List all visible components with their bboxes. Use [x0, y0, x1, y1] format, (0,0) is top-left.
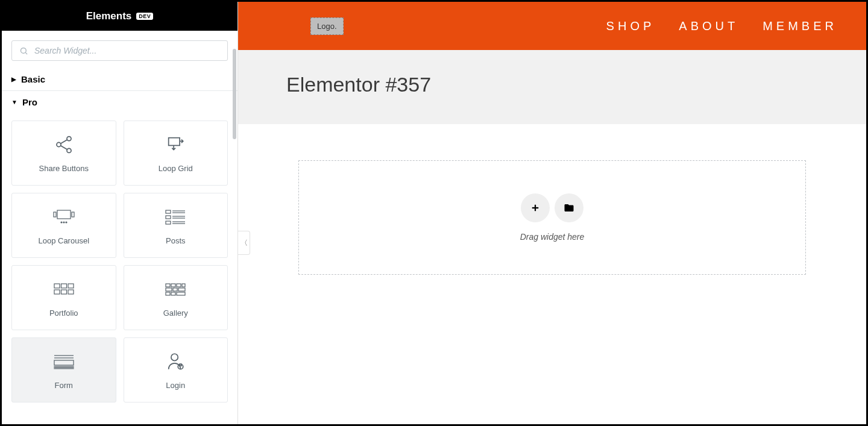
nav-link-member[interactable]: MEMBER	[763, 19, 837, 33]
loop-carousel-icon	[52, 206, 75, 228]
add-template-button[interactable]	[555, 193, 583, 222]
widget-gallery[interactable]: Gallery	[124, 265, 228, 330]
nav-link-about[interactable]: ABOUT	[679, 19, 738, 33]
portfolio-icon	[53, 278, 75, 300]
widget-share-buttons[interactable]: Share Buttons	[11, 121, 116, 186]
widget-grid: Share Buttons Loop Grid Loop Carousel Po…	[11, 121, 228, 403]
dropzone-label: Drag widget here	[520, 232, 585, 242]
add-section-button[interactable]	[521, 193, 550, 222]
svg-rect-31	[177, 284, 181, 287]
page-title: Elementor #357	[286, 73, 818, 96]
svg-rect-8	[57, 210, 71, 219]
search-icon	[19, 46, 28, 55]
login-icon	[165, 351, 186, 372]
panel-title: Elements	[86, 10, 132, 22]
svg-rect-45	[180, 364, 181, 366]
panel-header: Elements DEV	[2, 2, 237, 31]
canvas-area: Drag widget here	[238, 124, 866, 311]
svg-rect-33	[166, 288, 172, 291]
search-widget-wrap[interactable]	[11, 40, 228, 61]
elements-panel: Elements DEV ▶ Basic ▼ Pro Share Buttons	[2, 2, 238, 424]
widget-login[interactable]: Login	[124, 337, 228, 403]
svg-rect-26	[54, 290, 60, 294]
widget-label: Gallery	[163, 309, 188, 318]
svg-rect-20	[166, 221, 171, 224]
caret-down-icon: ▼	[11, 99, 17, 105]
svg-rect-25	[68, 284, 74, 288]
svg-rect-7	[169, 137, 180, 145]
folder-icon	[564, 202, 574, 213]
panel-collapse-handle[interactable]: 〈	[238, 231, 250, 255]
svg-rect-42	[54, 366, 74, 369]
panel-scrollbar[interactable]	[233, 49, 236, 139]
svg-rect-23	[54, 284, 60, 288]
page-title-area: Elementor #357	[238, 50, 866, 124]
category-basic[interactable]: ▶ Basic	[11, 68, 228, 90]
nav-link-shop[interactable]: SHOP	[606, 19, 655, 33]
svg-point-12	[63, 222, 64, 223]
plus-icon	[530, 202, 541, 213]
widget-loop-carousel[interactable]: Loop Carousel	[11, 193, 116, 258]
svg-line-1	[25, 52, 27, 54]
dropzone-buttons	[521, 193, 583, 222]
widget-label: Posts	[166, 236, 186, 245]
svg-point-2	[67, 136, 71, 140]
preview-area: Logo. SHOP ABOUT MEMBER Elementor #357 D…	[238, 2, 866, 424]
svg-point-4	[67, 148, 71, 152]
search-input[interactable]	[34, 46, 220, 55]
form-icon	[52, 351, 76, 372]
widget-label: Loop Carousel	[38, 236, 89, 245]
svg-point-11	[61, 222, 62, 223]
widget-posts[interactable]: Posts	[124, 193, 228, 258]
posts-icon	[165, 206, 186, 228]
panel-body: ▶ Basic ▼ Pro Share Buttons Loop Grid	[2, 31, 237, 424]
svg-rect-30	[171, 284, 175, 287]
widget-form[interactable]: Form	[11, 337, 116, 403]
gallery-icon	[165, 278, 186, 300]
svg-point-13	[66, 222, 67, 223]
widget-label: Form	[55, 381, 73, 390]
svg-point-3	[57, 142, 61, 146]
svg-rect-27	[61, 290, 66, 294]
loop-grid-icon	[165, 134, 186, 155]
svg-rect-24	[61, 284, 66, 288]
svg-rect-32	[182, 284, 185, 287]
widget-label: Login	[166, 381, 185, 390]
svg-rect-41	[54, 360, 74, 365]
logo-placeholder[interactable]: Logo.	[310, 17, 344, 35]
widget-label: Loop Grid	[159, 164, 193, 173]
svg-line-5	[60, 139, 67, 143]
svg-rect-28	[68, 290, 74, 294]
site-header: Logo. SHOP ABOUT MEMBER	[238, 2, 866, 50]
share-icon	[54, 134, 74, 155]
svg-rect-38	[177, 292, 185, 295]
widget-label: Share Buttons	[39, 164, 89, 173]
chevron-left-icon: 〈	[241, 238, 248, 248]
svg-rect-37	[171, 292, 175, 295]
svg-rect-34	[173, 288, 177, 291]
dev-badge: DEV	[136, 13, 153, 20]
widget-label: Portfolio	[49, 309, 78, 318]
svg-rect-35	[178, 288, 185, 291]
svg-rect-14	[166, 210, 171, 213]
svg-point-43	[171, 354, 178, 360]
widget-loop-grid[interactable]: Loop Grid	[124, 121, 228, 186]
category-label: Pro	[22, 97, 37, 107]
svg-rect-17	[166, 216, 171, 219]
caret-right-icon: ▶	[11, 76, 16, 83]
svg-point-0	[21, 48, 27, 53]
widget-dropzone[interactable]: Drag widget here	[298, 160, 806, 275]
svg-rect-10	[72, 212, 74, 217]
widget-portfolio[interactable]: Portfolio	[11, 265, 116, 330]
svg-line-6	[60, 145, 67, 149]
category-label: Basic	[21, 74, 45, 84]
svg-rect-9	[54, 212, 56, 217]
svg-rect-36	[166, 292, 170, 295]
category-pro[interactable]: ▼ Pro	[11, 91, 228, 113]
svg-rect-29	[166, 284, 170, 287]
